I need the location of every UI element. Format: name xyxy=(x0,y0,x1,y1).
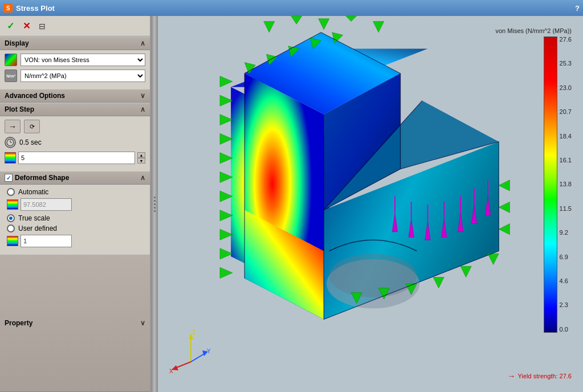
svg-marker-18 xyxy=(220,133,233,144)
true-scale-radio[interactable] xyxy=(7,214,15,222)
scale-container: 27.625.323.020.718.416.113.811.59.26.94.… xyxy=(541,36,572,333)
svg-text:Z: Z xyxy=(192,329,195,336)
step-input-row: ▲ ▼ xyxy=(5,152,145,164)
step-refresh-icon: ⟳ xyxy=(30,123,35,130)
yield-strength-label: Yield strength: 27.6 xyxy=(518,373,572,379)
svg-marker-27 xyxy=(291,16,302,24)
svg-marker-24 xyxy=(220,248,233,259)
main-area: ✓ ✕ ⊟ Display ∧ VON: von Mises Stress SX… xyxy=(0,16,583,392)
svg-marker-23 xyxy=(220,229,233,240)
step-refresh-button[interactable]: ⟳ xyxy=(24,120,40,133)
svg-marker-30 xyxy=(373,22,384,32)
unit-row: N/m² N/mm^2 (MPa) Pa kPa GPa xyxy=(5,70,145,82)
scale-label: 6.9 xyxy=(560,254,572,260)
user-defined-radio[interactable] xyxy=(7,224,15,232)
cancel-button[interactable]: ✕ xyxy=(19,19,33,33)
time-value: 0.5 sec xyxy=(19,138,42,146)
step-up-button[interactable]: ▲ xyxy=(137,152,145,158)
scale-icon-2 xyxy=(7,236,18,246)
svg-line-62 xyxy=(191,353,205,362)
svg-marker-21 xyxy=(220,191,233,202)
property-label: Property xyxy=(5,319,32,327)
scale-bar xyxy=(544,36,557,333)
stress-type-icon xyxy=(5,54,17,66)
automatic-option: Automatic xyxy=(5,188,145,196)
svg-marker-20 xyxy=(220,172,233,182)
plot-step-label: Plot Step xyxy=(5,105,34,113)
deformed-shape-content: Automatic 97.5082 True scale User define… xyxy=(0,185,150,254)
svg-marker-28 xyxy=(319,19,329,30)
advanced-options-chevron-icon: ∨ xyxy=(140,92,145,100)
display-chevron-icon: ∧ xyxy=(140,39,145,47)
step-number-input[interactable] xyxy=(18,152,135,164)
plot-step-section-header[interactable]: Plot Step ∧ xyxy=(0,103,150,116)
svg-marker-19 xyxy=(220,153,233,164)
svg-marker-55 xyxy=(433,277,444,288)
yield-arrow-icon: → xyxy=(508,371,516,381)
deformed-shape-label: Deformed Shape xyxy=(15,174,69,182)
pin-button[interactable]: ⊟ xyxy=(35,19,49,33)
cross-icon: ✕ xyxy=(23,21,30,31)
automatic-value-input: 97.5082 xyxy=(21,198,72,211)
axis-indicator: Z Y X xyxy=(168,328,214,375)
svg-marker-26 xyxy=(264,22,275,32)
deformed-shape-chevron-icon: ∧ xyxy=(140,174,145,182)
pin-icon: ⊟ xyxy=(39,22,46,31)
toolbar: ✓ ✕ ⊟ xyxy=(0,16,150,36)
svg-marker-17 xyxy=(220,115,233,125)
left-panel: ✓ ✕ ⊟ Display ∧ VON: von Mises Stress SX… xyxy=(0,16,151,392)
svg-text:Y: Y xyxy=(207,348,211,354)
user-defined-option: User defined xyxy=(5,224,145,232)
deformed-shape-header-content: ✓ Deformed Shape xyxy=(5,174,69,182)
user-defined-label: User defined xyxy=(18,224,57,232)
display-section-label: Display xyxy=(5,39,29,47)
title-bar: S Stress Plot ? xyxy=(0,0,583,16)
user-defined-value-input[interactable] xyxy=(21,235,72,247)
svg-marker-15 xyxy=(220,76,233,87)
step-controls: → ⟳ xyxy=(5,120,145,133)
scale-label: 9.2 xyxy=(560,230,572,236)
deformed-shape-checkbox[interactable]: ✓ xyxy=(5,174,13,182)
property-section-header[interactable]: Property ∨ xyxy=(0,254,150,392)
unit-icon: N/m² xyxy=(5,70,17,82)
svg-marker-25 xyxy=(220,267,233,278)
yield-strength: → Yield strength: 27.6 xyxy=(508,371,572,381)
step-forward-icon: → xyxy=(9,122,17,131)
advanced-options-section-header[interactable]: Advanced Options ∨ xyxy=(0,89,150,103)
step-down-button[interactable]: ▼ xyxy=(137,158,145,164)
scale-label: 23.0 xyxy=(560,85,572,91)
scale-label: 25.3 xyxy=(560,60,572,67)
user-defined-value-row xyxy=(5,235,145,247)
scale-label: 20.7 xyxy=(560,109,572,115)
step-forward-button[interactable]: → xyxy=(5,120,21,133)
scale-label: 4.6 xyxy=(560,278,572,284)
help-button[interactable]: ? xyxy=(575,4,580,13)
display-section-header[interactable]: Display ∧ xyxy=(0,36,150,50)
stress-type-row: VON: von Mises Stress SX: Normal Stress … xyxy=(5,54,145,66)
scale-label: 11.5 xyxy=(560,206,572,212)
svg-marker-16 xyxy=(220,95,233,106)
plot-step-section-content: → ⟳ 0.5 sec xyxy=(0,116,150,171)
confirm-button[interactable]: ✓ xyxy=(3,19,17,33)
deformed-shape-section-header[interactable]: ✓ Deformed Shape ∧ xyxy=(0,171,150,185)
stress-type-select[interactable]: VON: von Mises Stress SX: Normal Stress … xyxy=(21,54,145,66)
viewport: von Mises (N/mm^2 (MPa)) 27.625.323.020.… xyxy=(151,16,583,392)
svg-marker-54 xyxy=(460,266,471,277)
svg-marker-22 xyxy=(220,210,233,221)
time-row: 0.5 sec xyxy=(5,137,145,148)
advanced-options-label: Advanced Options xyxy=(5,92,65,100)
svg-text:X: X xyxy=(169,368,173,373)
scale-labels-right: 27.625.323.020.718.416.113.811.59.26.94.… xyxy=(560,36,572,333)
app-icon: S xyxy=(3,3,13,13)
true-scale-label: True scale xyxy=(18,214,50,222)
unit-select[interactable]: N/mm^2 (MPa) Pa kPa GPa xyxy=(21,70,145,82)
scale-label: 27.6 xyxy=(560,36,572,43)
scale-icon-1 xyxy=(7,199,18,210)
step-spin-buttons: ▲ ▼ xyxy=(137,152,145,164)
scale-label: 18.4 xyxy=(560,133,572,140)
colorbar-mini-icon xyxy=(5,152,16,164)
automatic-value-row: 97.5082 xyxy=(5,198,145,211)
display-section-content: VON: von Mises Stress SX: Normal Stress … xyxy=(0,50,150,89)
automatic-radio[interactable] xyxy=(7,188,15,196)
color-scale: von Mises (N/mm^2 (MPa)) 27.625.323.020.… xyxy=(495,27,572,333)
